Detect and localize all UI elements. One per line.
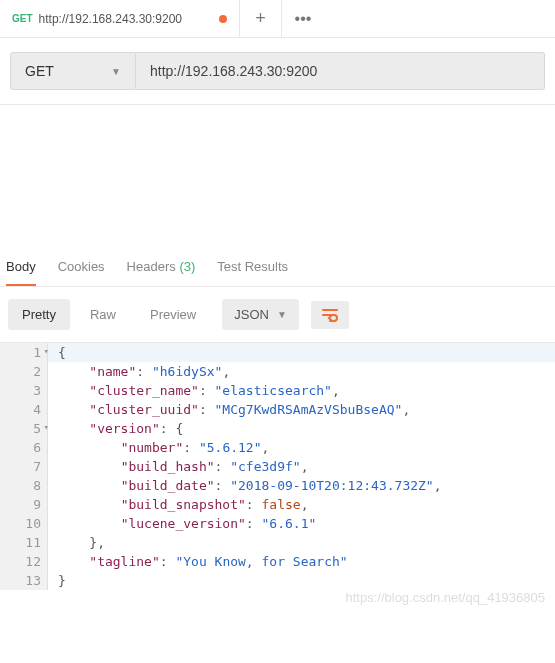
code-line: 2 "name": "h6idySx", [0, 362, 555, 381]
plus-icon: + [255, 8, 266, 29]
preview-button[interactable]: Preview [136, 299, 210, 330]
tabs-bar: GET http://192.168.243.30:9200 + ••• [0, 0, 555, 38]
method-select[interactable]: GET ▼ [10, 52, 136, 90]
url-input[interactable]: http://192.168.243.30:9200 [136, 52, 545, 90]
tab-cookies[interactable]: Cookies [58, 251, 105, 286]
code-line: 12 "tagline": "You Know, for Search" [0, 552, 555, 571]
code-text: "number": "5.6.12", [48, 438, 269, 457]
code-line: 1▾{ [0, 343, 555, 362]
request-row: GET ▼ http://192.168.243.30:9200 [0, 38, 555, 104]
raw-button[interactable]: Raw [76, 299, 130, 330]
code-line: 9 "build_snapshot": false, [0, 495, 555, 514]
response-tabs: Body Cookies Headers (3) Test Results [0, 243, 555, 287]
divider [0, 104, 555, 105]
pretty-button[interactable]: Pretty [8, 299, 70, 330]
code-text: "version": { [48, 419, 183, 438]
code-line: 11 }, [0, 533, 555, 552]
more-tabs-button[interactable]: ••• [282, 0, 324, 37]
code-text: "build_snapshot": false, [48, 495, 308, 514]
code-text: "cluster_name": "elasticsearch", [48, 381, 340, 400]
tab-headers[interactable]: Headers (3) [127, 251, 196, 286]
headers-count: (3) [179, 259, 195, 274]
request-body-area [0, 113, 555, 243]
code-line: 7 "build_hash": "cfe3d9f", [0, 457, 555, 476]
response-body[interactable]: 1▾{ 2 "name": "h6idySx", 3 "cluster_name… [0, 342, 555, 590]
code-line: 3 "cluster_name": "elasticsearch", [0, 381, 555, 400]
code-text: { [48, 343, 66, 362]
fold-icon[interactable]: ▾ [44, 346, 49, 356]
code-text: "name": "h6idySx", [48, 362, 230, 381]
code-text: "tagline": "You Know, for Search" [48, 552, 348, 571]
unsaved-indicator-icon [219, 15, 227, 23]
code-text: "build_hash": "cfe3d9f", [48, 457, 308, 476]
code-text: "build_date": "2018-09-10T20:12:43.732Z"… [48, 476, 442, 495]
code-text: }, [48, 533, 105, 552]
code-text: "cluster_uuid": "MCg7KwdRSAmAzVSbuBseAQ"… [48, 400, 410, 419]
format-select[interactable]: JSON ▼ [222, 299, 299, 330]
watermark: https://blog.csdn.net/qq_41936805 [0, 584, 555, 615]
code-line: 4 "cluster_uuid": "MCg7KwdRSAmAzVSbuBseA… [0, 400, 555, 419]
code-line: 8 "build_date": "2018-09-10T20:12:43.732… [0, 476, 555, 495]
format-value: JSON [234, 307, 269, 322]
request-tab[interactable]: GET http://192.168.243.30:9200 [0, 0, 240, 37]
viewer-controls: Pretty Raw Preview JSON ▼ [0, 287, 555, 342]
url-value: http://192.168.243.30:9200 [150, 63, 317, 79]
code-line: 5▾ "version": { [0, 419, 555, 438]
method-value: GET [25, 63, 111, 79]
chevron-down-icon: ▼ [277, 309, 287, 320]
tab-url-label: http://192.168.243.30:9200 [39, 12, 182, 26]
add-tab-button[interactable]: + [240, 0, 282, 37]
ellipsis-icon: ••• [295, 10, 312, 28]
wrap-icon [321, 307, 339, 323]
code-text: "lucene_version": "6.6.1" [48, 514, 316, 533]
wrap-lines-button[interactable] [311, 301, 349, 329]
fold-icon[interactable]: ▾ [44, 422, 49, 432]
tab-test-results[interactable]: Test Results [217, 251, 288, 286]
code-line: 10 "lucene_version": "6.6.1" [0, 514, 555, 533]
tab-method-label: GET [12, 13, 33, 24]
code-line: 6 "number": "5.6.12", [0, 438, 555, 457]
chevron-down-icon: ▼ [111, 66, 121, 77]
tab-body[interactable]: Body [6, 251, 36, 286]
